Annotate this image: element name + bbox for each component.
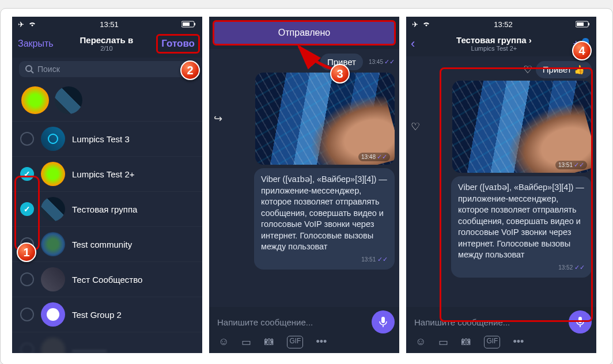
message-bubble[interactable]: Viber ([vaɪbə], «Вайбер»[3][4]) — прилож…	[451, 176, 592, 278]
status-time: 13:51	[37, 20, 181, 29]
image-message[interactable]: 13:51✓✓	[452, 81, 592, 173]
checkbox-checked[interactable]	[20, 167, 34, 181]
tutorial-frame: ✈︎ 13:51 Закрыть Переслать в 2/10	[0, 8, 613, 364]
checkbox[interactable]	[20, 132, 34, 146]
screen-1-forward-selector: ✈︎ 13:51 Закрыть Переслать в 2/10	[12, 17, 202, 353]
sticker-icon[interactable]: ☺	[415, 336, 426, 348]
chat-title[interactable]: Тестовая группа ›	[419, 35, 568, 45]
more-icon[interactable]: •••	[316, 336, 327, 348]
forward-counter: 2/10	[80, 45, 134, 52]
back-button[interactable]: ‹	[411, 36, 415, 51]
chat-header: ‹ Тестовая группа › Lumpics Test 2+ +👤	[406, 32, 596, 56]
share-icon[interactable]: ↪	[214, 112, 222, 125]
gallery-icon[interactable]: ▭	[241, 336, 251, 348]
step-badge-3: 3	[330, 64, 350, 84]
screen-2-sent-toast: Отправлено 3 Привет 13:45✓✓ ↪ 13:48✓✓	[209, 17, 399, 353]
svg-rect-2	[183, 22, 190, 26]
message-timestamp: 13:52	[558, 264, 573, 271]
contact-name: Test Group 2	[72, 310, 122, 320]
chat-subtitle: Lumpics Test 2+	[419, 45, 568, 52]
chat-area[interactable]: Привет 13:45✓✓ ↪ 13:48✓✓ Viber ([vaɪbə],…	[209, 49, 399, 325]
done-button[interactable]: Готово	[161, 38, 195, 50]
camera-icon[interactable]: 📷︎	[264, 336, 274, 348]
search-input[interactable]: Поиск	[19, 61, 195, 77]
status-bar: ✈︎ 13:51	[12, 17, 202, 32]
screen-3-group-chat: ✈︎ 13:52 ‹ Тестовая группа › Lumpics Tes…	[406, 17, 596, 353]
avatar	[41, 232, 65, 256]
image-timestamp: 13:48	[361, 154, 376, 160]
battery-icon	[576, 21, 591, 28]
list-item[interactable]: Test Group 2	[12, 297, 202, 332]
message-timestamp: 13:45✓✓	[369, 58, 395, 66]
list-item[interactable]: Тестовая группа	[12, 192, 202, 227]
image-message[interactable]: 13:48✓✓	[255, 73, 395, 165]
sent-toast: Отправлено	[213, 20, 396, 46]
message-composer: Напишите сообщение... ☺ ▭ 📷︎ GIF •••	[406, 307, 596, 353]
compose-input[interactable]: Напишите сообщение...	[412, 313, 564, 332]
checkbox[interactable]	[20, 308, 34, 321]
chat-area[interactable]: ♡ Привет 👍 ♡ 13:51✓✓ Viber ([vaɪbə], «Ва…	[406, 56, 596, 321]
avatar	[41, 127, 65, 151]
list-item[interactable]: Test community	[12, 227, 202, 262]
camera-icon[interactable]: 📷︎	[461, 336, 471, 348]
avatar	[41, 267, 65, 291]
gif-icon[interactable]: GIF	[484, 336, 500, 348]
sticker-icon[interactable]: ☺	[218, 336, 229, 348]
contact-name: Тестовая группа	[72, 204, 137, 214]
message-text: Привет 👍	[543, 65, 585, 75]
message-text: Viber ([vaɪbə], «Вайбер»[3][4]) — прилож…	[458, 183, 584, 259]
checkbox[interactable]	[20, 343, 34, 353]
search-icon	[25, 65, 34, 74]
checkbox[interactable]	[20, 272, 34, 286]
selected-avatar[interactable]	[55, 86, 82, 114]
svg-rect-8	[577, 22, 584, 26]
list-item[interactable]: ————	[12, 332, 202, 353]
message-composer: Напишите сообщение... ☺ ▭ 📷︎ GIF •••	[209, 307, 399, 353]
airplane-icon: ✈︎	[412, 20, 418, 29]
step-badge-1: 1	[17, 242, 36, 262]
mic-button[interactable]	[569, 310, 592, 333]
contact-list: Lumpics Test 3 Lumpics Test 2+ Тестовая …	[12, 122, 202, 353]
list-item[interactable]: Lumpics Test 2+	[12, 157, 202, 192]
avatar	[41, 197, 65, 221]
message-timestamp: 13:51	[361, 256, 376, 263]
svg-point-3	[26, 66, 32, 71]
gif-icon[interactable]: GIF	[287, 336, 303, 348]
contact-name: Lumpics Test 3	[72, 134, 130, 144]
battery-icon	[181, 21, 196, 28]
message-text: Viber ([vaɪbə], «Вайбер»[3][4]) — прилож…	[261, 175, 387, 251]
svg-rect-5	[381, 317, 385, 323]
contact-name: Lumpics Test 2+	[72, 169, 135, 179]
svg-rect-9	[578, 317, 582, 323]
wifi-icon	[422, 20, 431, 29]
contact-name: Test community	[72, 240, 132, 249]
status-time: 13:52	[431, 20, 576, 29]
contact-name: ————	[72, 345, 107, 354]
contact-name: Тест Сообщество	[72, 275, 142, 285]
checkbox-checked[interactable]	[20, 202, 34, 216]
step-badge-2: 2	[180, 60, 200, 80]
selected-recipients	[12, 83, 202, 122]
forward-header: Закрыть Переслать в 2/10 Готово	[12, 32, 202, 58]
message-bubble[interactable]: Viber ([vaɪbə], «Вайбер»[3][4]) — прилож…	[254, 168, 395, 270]
svg-line-4	[31, 71, 33, 73]
gallery-icon[interactable]: ▭	[438, 336, 448, 348]
like-icon[interactable]: ♡	[523, 63, 532, 76]
wifi-icon	[28, 20, 37, 29]
list-item[interactable]: Тест Сообщество	[12, 262, 202, 297]
more-icon[interactable]: •••	[513, 336, 524, 348]
svg-rect-7	[588, 23, 589, 25]
avatar	[41, 302, 65, 327]
avatar	[41, 162, 65, 186]
message-bubble[interactable]: Привет 👍	[536, 61, 592, 78]
mic-button[interactable]	[372, 310, 395, 333]
status-bar: ✈︎ 13:52	[406, 17, 596, 32]
avatar	[41, 338, 65, 353]
selected-avatar[interactable]	[21, 86, 49, 114]
compose-input[interactable]: Напишите сообщение...	[215, 313, 367, 332]
list-item[interactable]: Lumpics Test 3	[12, 122, 202, 157]
like-icon[interactable]: ♡	[411, 120, 420, 133]
forward-title: Переслать в	[80, 35, 134, 45]
search-placeholder: Поиск	[37, 65, 60, 74]
close-button[interactable]: Закрыть	[18, 39, 54, 49]
